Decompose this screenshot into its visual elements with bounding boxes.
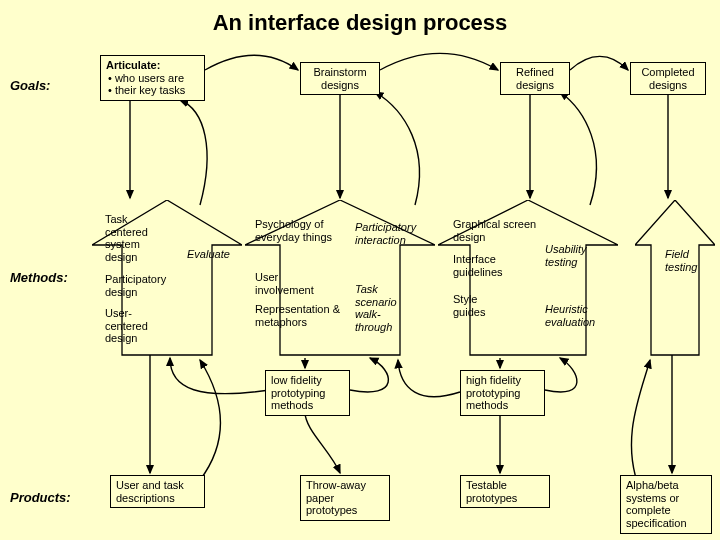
m-hifi: high fidelity prototyping methods	[460, 370, 545, 416]
m-user-inv: User involvement	[250, 268, 335, 299]
m-style: Style guides	[448, 290, 503, 321]
up-arrow-col4	[635, 200, 715, 360]
row-label-methods: Methods:	[10, 270, 68, 285]
page-title: An interface design process	[0, 10, 720, 36]
m-lofi: low fidelity prototyping methods	[265, 370, 350, 416]
m-field: Field testing	[660, 245, 715, 276]
p-utd: User and task descriptions	[110, 475, 205, 508]
m-task-centered: Task centered system design	[100, 210, 170, 267]
goal-refined: Refined designs	[500, 62, 570, 95]
diagram-canvas: An interface design process Goals: Metho…	[0, 0, 720, 540]
m-usability: Usability testing	[540, 240, 600, 271]
p-alpha: Alpha/beta systems or complete specifica…	[620, 475, 712, 534]
p-testable: Testable prototypes	[460, 475, 550, 508]
goal-brainstorm: Brainstorm designs	[300, 62, 380, 95]
m-ifg: Interface guidelines	[448, 250, 518, 281]
m-part-design: Participatory design	[100, 270, 185, 301]
row-label-goals: Goals:	[10, 78, 50, 93]
goal-articulate: Articulate: • who users are • their key …	[100, 55, 205, 101]
p-throwaway: Throw-away paper prototypes	[300, 475, 390, 521]
goal-completed: Completed designs	[630, 62, 706, 95]
m-evaluate: Evaluate	[182, 245, 242, 264]
articulate-b2: • their key tasks	[106, 84, 199, 97]
row-label-products: Products:	[10, 490, 71, 505]
m-task-scen: Task scenario walk-through	[350, 280, 420, 337]
m-rep-met: Representation & metaphors	[250, 300, 350, 331]
m-part-int: Participatory interaction	[350, 218, 435, 249]
articulate-b1: • who users are	[106, 72, 199, 85]
m-ucd: User-centered design	[100, 304, 170, 348]
m-heuristic: Heuristic evaluation	[540, 300, 610, 331]
m-psych: Psychology of everyday things	[250, 215, 340, 246]
m-gsd: Graphical screen design	[448, 215, 546, 246]
articulate-title: Articulate:	[106, 59, 199, 72]
